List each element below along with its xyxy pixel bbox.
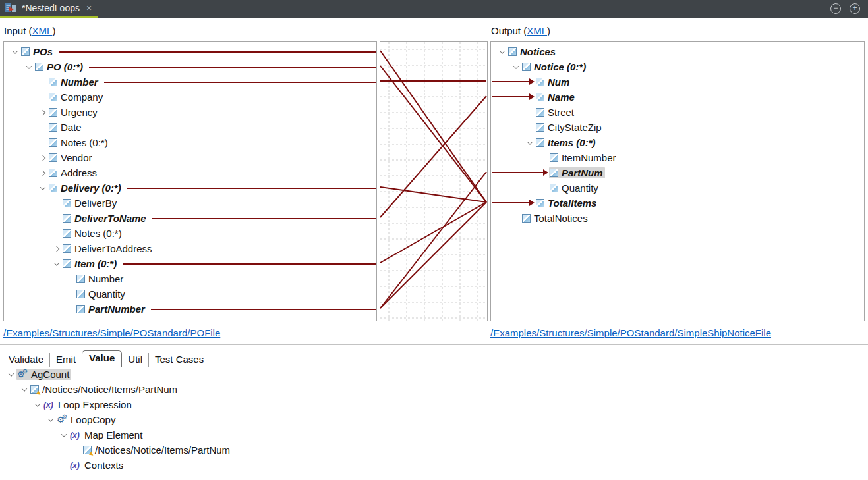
tree-item[interactable]: ⚙⚙LoopCopy bbox=[56, 414, 117, 425]
tree-item[interactable]: /Notices/Notice/Items/PartNum bbox=[30, 384, 179, 395]
tree-row-quantity[interactable]: Quantity bbox=[4, 286, 376, 302]
chevron-down-icon[interactable] bbox=[45, 418, 56, 422]
document-tab[interactable]: *NestedLoops × bbox=[0, 0, 98, 16]
tree-item[interactable]: TotalItems bbox=[535, 198, 598, 209]
tree-item[interactable]: Company bbox=[48, 92, 105, 103]
tree-row-po-0[interactable]: PO (0:*) bbox=[4, 59, 376, 74]
output-file-link[interactable]: /Examples/Structures/Simple/POStandard/S… bbox=[490, 327, 771, 338]
tree-row-partnumber[interactable]: PartNumber bbox=[4, 302, 376, 317]
tree-row-notices[interactable]: Notices bbox=[491, 44, 864, 59]
tree-row-totalitems[interactable]: TotalItems bbox=[491, 196, 864, 211]
input-file-link[interactable]: /Examples/Structures/Simple/POStandard/P… bbox=[3, 327, 220, 338]
tree-item[interactable]: Notice (0:*) bbox=[521, 61, 588, 72]
chevron-down-icon[interactable] bbox=[9, 50, 20, 54]
tree-row-notes-0[interactable]: Notes (0:*) bbox=[4, 226, 376, 241]
tree-row-deliverby[interactable]: DeliverBy bbox=[4, 196, 376, 211]
tree-row-agcount[interactable]: ⚙⚙AgCount bbox=[0, 367, 868, 382]
chevron-down-icon[interactable] bbox=[524, 141, 535, 145]
horizontal-splitter[interactable] bbox=[0, 342, 868, 342]
close-tab-icon[interactable]: × bbox=[86, 3, 92, 13]
tab-value[interactable]: Value bbox=[82, 350, 122, 368]
tree-row-notes-0[interactable]: Notes (0:*) bbox=[4, 135, 376, 150]
mapping-line-delivertoname-to-name[interactable] bbox=[380, 96, 486, 217]
tree-item[interactable]: Name bbox=[535, 92, 577, 103]
tree-row-contexts[interactable]: (x)Contexts bbox=[0, 458, 868, 473]
tree-row-partnum[interactable]: PartNum bbox=[491, 165, 864, 180]
tree-row-number[interactable]: Number bbox=[4, 74, 376, 90]
tree-item[interactable]: (x)Map Element bbox=[69, 429, 144, 440]
chevron-down-icon[interactable] bbox=[18, 388, 30, 392]
tree-item[interactable]: Delivery (0:*) bbox=[48, 182, 123, 194]
tree-row-street[interactable]: Street bbox=[491, 105, 864, 120]
tree-row-pos[interactable]: POs bbox=[4, 44, 376, 59]
tree-row-notice-0[interactable]: Notice (0:*) bbox=[491, 59, 864, 74]
tab-emit[interactable]: Emit bbox=[50, 352, 82, 368]
tree-row-notices-notice-items-partnum[interactable]: /Notices/Notice/Items/PartNum bbox=[0, 442, 868, 458]
tree-item[interactable]: Notes (0:*) bbox=[48, 137, 110, 148]
chevron-down-icon[interactable] bbox=[37, 186, 48, 190]
tree-row-company[interactable]: Company bbox=[4, 90, 376, 105]
selected-tree-item[interactable]: PartNum bbox=[549, 167, 605, 178]
tree-item[interactable]: Address bbox=[48, 167, 99, 178]
tree-row-loopcopy[interactable]: ⚙⚙LoopCopy bbox=[0, 412, 868, 427]
chevron-right-icon[interactable] bbox=[37, 171, 48, 175]
tree-row-delivery-0[interactable]: Delivery (0:*) bbox=[4, 180, 376, 196]
mapping-line-pos-to-totalitems[interactable] bbox=[380, 51, 486, 202]
chevron-right-icon[interactable] bbox=[37, 156, 48, 160]
mapping-line-partnumber-to-partnum[interactable] bbox=[380, 172, 486, 308]
tree-row-map-element[interactable]: (x)Map Element bbox=[0, 427, 868, 442]
chevron-right-icon[interactable] bbox=[37, 111, 48, 115]
tree-item[interactable]: Urgency bbox=[48, 107, 100, 118]
tree-item[interactable]: DeliverBy bbox=[62, 198, 119, 209]
chevron-right-icon[interactable] bbox=[51, 247, 62, 251]
tree-item[interactable]: Num bbox=[535, 76, 571, 88]
tree-row-address[interactable]: Address bbox=[4, 165, 376, 180]
tree-item[interactable]: Notices bbox=[507, 46, 558, 57]
tree-item[interactable]: Quantity bbox=[549, 182, 600, 194]
selected-tree-item[interactable]: ⚙⚙AgCount bbox=[16, 369, 71, 380]
tree-item[interactable]: Item (0:*) bbox=[62, 258, 119, 269]
output-xml-link[interactable]: XML bbox=[527, 25, 547, 36]
tree-row-itemnumber[interactable]: ItemNumber bbox=[491, 150, 864, 165]
tree-item[interactable]: Items (0:*) bbox=[535, 137, 598, 148]
tree-row-delivertoaddress[interactable]: DeliverToAddress bbox=[4, 241, 376, 256]
tab-validate[interactable]: Validate bbox=[3, 352, 49, 368]
tree-row-totalnotices[interactable]: TotalNotices bbox=[491, 211, 864, 226]
tree-item[interactable]: ItemNumber bbox=[549, 152, 618, 163]
tree-row-name[interactable]: Name bbox=[491, 90, 864, 105]
tab-util[interactable]: Util bbox=[122, 352, 148, 368]
tree-row-citystatezip[interactable]: CityStateZip bbox=[491, 120, 864, 135]
chevron-down-icon[interactable] bbox=[496, 50, 507, 54]
tree-item[interactable]: CityStateZip bbox=[535, 122, 604, 133]
tree-item[interactable]: DeliverToAddress bbox=[62, 243, 154, 254]
tree-row-items-0[interactable]: Items (0:*) bbox=[491, 135, 864, 150]
tree-item[interactable]: POs bbox=[20, 46, 55, 57]
tree-row-num[interactable]: Num bbox=[491, 74, 864, 90]
tree-item[interactable]: Vendor bbox=[48, 152, 94, 163]
tree-item[interactable]: PartNumber bbox=[76, 304, 147, 315]
tree-item[interactable]: PO (0:*) bbox=[34, 61, 85, 72]
tree-item[interactable]: (x)Loop Expression bbox=[43, 399, 134, 410]
zoom-in-button[interactable]: + bbox=[850, 3, 860, 14]
tree-item[interactable]: /Notices/Notice/Items/PartNum bbox=[82, 444, 232, 456]
chevron-down-icon[interactable] bbox=[23, 65, 34, 69]
tree-item[interactable]: Quantity bbox=[76, 288, 127, 300]
tree-row-delivertoname[interactable]: DeliverToName bbox=[4, 211, 376, 226]
tree-row-date[interactable]: Date bbox=[4, 120, 376, 135]
tree-item[interactable]: (x)Contexts bbox=[69, 460, 125, 471]
tree-item[interactable]: Date bbox=[48, 122, 84, 133]
tree-row-notices-notice-items-partnum[interactable]: /Notices/Notice/Items/PartNum bbox=[0, 382, 868, 397]
chevron-down-icon[interactable] bbox=[510, 65, 521, 69]
tree-row-quantity[interactable]: Quantity bbox=[491, 180, 864, 196]
chevron-down-icon[interactable] bbox=[58, 433, 69, 437]
tree-item[interactable]: Number bbox=[48, 76, 100, 88]
tab-test-cases[interactable]: Test Cases bbox=[149, 352, 210, 368]
tree-row-number[interactable]: Number bbox=[4, 271, 376, 286]
tree-item[interactable]: Street bbox=[535, 107, 576, 118]
chevron-down-icon[interactable] bbox=[32, 403, 43, 407]
tree-row-urgency[interactable]: Urgency bbox=[4, 105, 376, 120]
input-xml-link[interactable]: XML bbox=[32, 25, 53, 36]
chevron-down-icon[interactable] bbox=[51, 262, 62, 266]
tree-item[interactable]: Notes (0:*) bbox=[62, 228, 124, 239]
tree-item[interactable]: TotalNotices bbox=[521, 213, 590, 224]
